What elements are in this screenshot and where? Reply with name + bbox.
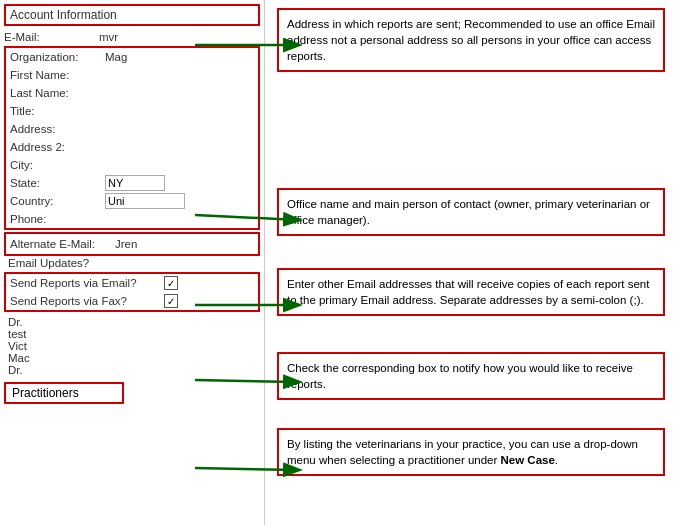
country-label: Country: [10,195,105,207]
title-row: Title: [6,102,258,120]
email-value: mvr [99,31,118,43]
state-input[interactable] [105,175,165,191]
org-label: Organization: [10,51,105,63]
annotation-text-5b: . [555,454,558,466]
alt-email-label: Alternate E-Mail: [10,238,115,250]
practitioners-section: Practitioners [4,382,124,404]
account-info-box: Account Information [4,4,260,26]
dr3: Vict [8,340,256,352]
dr-list: Dr. test Vict Mac Dr. [0,314,264,378]
annotation-text-2: Office name and main person of contact (… [287,198,650,226]
address-row: Address: [6,120,258,138]
state-row: State: [6,174,258,192]
address-label: Address: [10,123,105,135]
annotation-box-4: Check the corresponding box to notify ho… [277,352,665,400]
send-reports-section: Send Reports via Email? ✓ Send Reports v… [4,272,260,312]
practitioners-label: Practitioners [12,386,79,400]
state-label: State: [10,177,105,189]
country-row: Country: [6,192,258,210]
org-value: Mag [105,51,127,63]
account-info-title: Account Information [10,8,117,22]
alt-email-row: Alternate E-Mail: Jren [10,235,254,253]
annotation-box-5: By listing the veterinarians in your pra… [277,428,665,476]
main-container: Account Information E-Mail: mvr Organiza… [0,0,697,525]
org-row: Organization: Mag [6,48,258,66]
lastname-label: Last Name: [10,87,105,99]
city-row: City: [6,156,258,174]
annotation-box-3: Enter other Email addresses that will re… [277,268,665,316]
org-section: Organization: Mag First Name: Last Name:… [4,46,260,230]
alternate-email-box: Alternate E-Mail: Jren [4,232,260,256]
send-email-label: Send Reports via Email? [10,277,160,289]
alt-email-value: Jren [115,238,137,250]
address2-row: Address 2: [6,138,258,156]
annotation-text-bold: New Case [501,454,555,466]
send-fax-row: Send Reports via Fax? ✓ [6,292,258,310]
country-input[interactable] [105,193,185,209]
send-email-row: Send Reports via Email? ✓ [6,274,258,292]
annotation-text-3: Enter other Email addresses that will re… [287,278,649,306]
firstname-label: First Name: [10,69,105,81]
annotation-text-4: Check the corresponding box to notify ho… [287,362,633,390]
city-label: City: [10,159,105,171]
email-updates-row: Email Updates? [0,256,264,270]
email-label: E-Mail: [4,31,99,43]
send-email-checkbox[interactable]: ✓ [164,276,178,290]
annotation-text-5a: By listing the veterinarians in your pra… [287,438,638,466]
send-fax-checkbox[interactable]: ✓ [164,294,178,308]
email-updates-label: Email Updates? [8,257,113,269]
firstname-row: First Name: [6,66,258,84]
phone-label: Phone: [10,213,105,225]
annotation-box-1: Address in which reports are sent; Recom… [277,8,665,72]
phone-row: Phone: [6,210,258,228]
dr1: Dr. [8,316,256,328]
address2-label: Address 2: [10,141,105,153]
dr5: Dr. [8,364,256,376]
annotation-text-1: Address in which reports are sent; Recom… [287,18,655,62]
dr2: test [8,328,256,340]
annotation-box-2: Office name and main person of contact (… [277,188,665,236]
lastname-row: Last Name: [6,84,258,102]
title-label: Title: [10,105,105,117]
email-row: E-Mail: mvr [0,28,264,46]
send-fax-label: Send Reports via Fax? [10,295,160,307]
dr4: Mac [8,352,256,364]
right-panel: Address in which reports are sent; Recom… [265,0,697,525]
left-panel: Account Information E-Mail: mvr Organiza… [0,0,265,525]
